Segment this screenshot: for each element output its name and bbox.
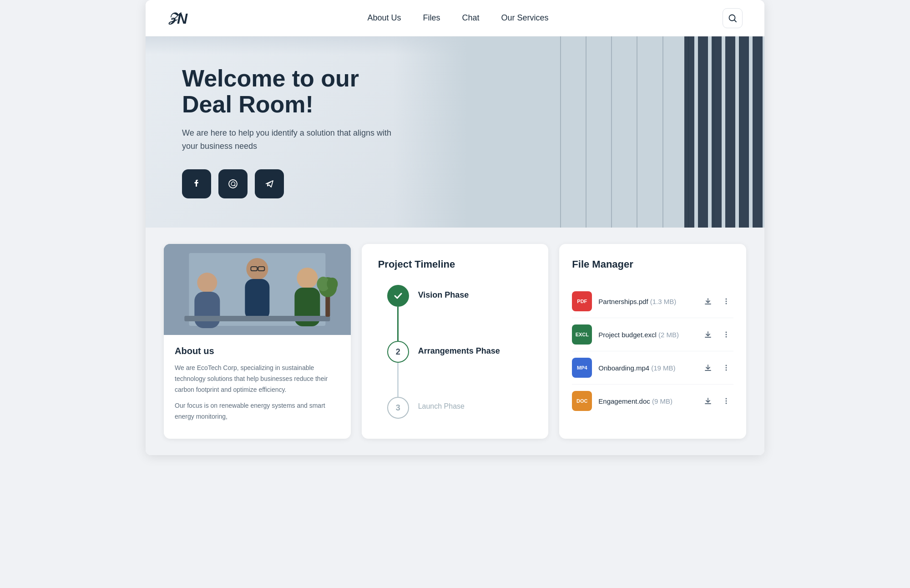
more-btn-mp4[interactable] (719, 360, 733, 375)
download-icon (704, 297, 712, 305)
svg-rect-10 (245, 279, 269, 320)
nav-item-about[interactable]: About Us (367, 13, 401, 23)
download-btn-doc[interactable] (701, 394, 715, 408)
facebook-button[interactable] (182, 169, 211, 198)
file-item-mp4: MP4 Onboarding.mp4 (19 MB) (572, 351, 733, 385)
whatsapp-button[interactable] (218, 169, 248, 198)
svg-rect-8 (194, 292, 220, 328)
file-item-doc: DOC Engagement.doc (9 MB) (572, 385, 733, 417)
svg-text:N: N (177, 10, 188, 27)
nav-item-files[interactable]: Files (423, 13, 440, 23)
svg-point-28 (725, 367, 727, 369)
svg-point-26 (725, 336, 727, 338)
timeline-connector-2: 2 (387, 341, 409, 397)
svg-point-22 (725, 301, 727, 302)
svg-point-30 (725, 398, 727, 400)
svg-point-24 (725, 332, 727, 333)
svg-point-7 (197, 273, 217, 293)
about-text-1: We are EcoTech Corp, specializing in sus… (175, 363, 340, 395)
nav-links: About Us Files Chat Our Services (367, 13, 548, 23)
hero-section: Welcome to our Deal Room! We are here to… (146, 36, 764, 228)
timeline-dot-number-2: 2 (396, 347, 400, 357)
logo-icon: N (175, 9, 193, 27)
timeline-item-2: 2 Arrangements Phase (387, 341, 532, 397)
file-item-pdf: PDF Partnerships.pdf (1.3 MB) (572, 285, 733, 318)
file-name-excl: Project budget.excl (2 MB) (598, 331, 694, 339)
hero-social-buttons (182, 169, 400, 198)
facebook-icon (191, 178, 202, 190)
timeline-label-vision: Vision Phase (418, 285, 469, 300)
timeline-connector-3: 3 (387, 397, 409, 419)
nav-link-about[interactable]: About Us (367, 13, 401, 22)
page-wrapper: 𝒵 N About Us Files Chat Our Services (146, 0, 764, 455)
svg-point-29 (725, 370, 727, 371)
more-btn-doc[interactable] (719, 394, 733, 408)
file-name-pdf: Partnerships.pdf (1.3 MB) (598, 298, 694, 305)
more-btn-pdf[interactable] (719, 294, 733, 309)
nav-item-services[interactable]: Our Services (501, 13, 549, 23)
telegram-button[interactable] (255, 169, 284, 198)
timeline-label-launch: Launch Phase (418, 397, 465, 411)
svg-point-32 (725, 403, 727, 404)
file-icon-pdf: PDF (572, 291, 592, 311)
more-icon (722, 364, 730, 372)
check-icon (393, 291, 403, 301)
svg-point-25 (725, 334, 727, 335)
navbar: 𝒵 N About Us Files Chat Our Services (146, 0, 764, 36)
download-icon (704, 364, 712, 372)
file-item-excl: EXCL Project budget.excl (2 MB) (572, 318, 733, 351)
more-icon (722, 330, 730, 339)
file-icon-label-mp4: MP4 (577, 365, 587, 370)
svg-point-14 (297, 268, 318, 289)
timeline-dot-number-3: 3 (396, 403, 400, 413)
file-icon-label-doc: DOC (576, 398, 587, 404)
nav-link-services[interactable]: Our Services (501, 13, 549, 22)
vision-phase-label: Vision Phase (418, 290, 469, 299)
svg-point-27 (725, 365, 727, 366)
hero-background (393, 36, 764, 228)
file-actions-pdf (701, 294, 733, 309)
file-actions-mp4 (701, 360, 733, 375)
timeline-item-3: 3 Launch Phase (387, 397, 532, 419)
svg-point-31 (725, 400, 727, 402)
search-icon (728, 14, 737, 23)
telegram-icon (263, 178, 275, 190)
search-button[interactable] (723, 8, 743, 28)
grid-col-4 (637, 36, 662, 228)
more-btn-excl[interactable] (719, 327, 733, 342)
logo-text: 𝒵 (167, 10, 175, 25)
download-icon (704, 397, 712, 405)
about-text-2: Our focus is on renewable energy systems… (175, 400, 340, 422)
file-actions-excl (701, 327, 733, 342)
about-card: About us We are EcoTech Corp, specializi… (164, 244, 351, 439)
file-name-mp4: Onboarding.mp4 (19 MB) (598, 364, 694, 372)
hero-title: Welcome to our Deal Room! (182, 66, 400, 117)
timeline-title: Project Timeline (378, 259, 532, 270)
nav-item-chat[interactable]: Chat (462, 13, 480, 23)
more-icon (722, 297, 730, 305)
timeline-dot-arrangements: 2 (387, 341, 409, 363)
files-card: File Manager PDF Partnerships.pdf (1.3 M… (559, 244, 746, 439)
people-illustration (164, 244, 351, 335)
logo[interactable]: 𝒵 N (167, 9, 193, 27)
download-btn-excl[interactable] (701, 327, 715, 342)
arrangements-phase-label: Arrangements Phase (418, 346, 500, 355)
svg-point-21 (725, 299, 727, 300)
download-icon (704, 330, 712, 339)
svg-point-23 (725, 303, 727, 304)
download-btn-pdf[interactable] (701, 294, 715, 309)
grid-col-2 (586, 36, 611, 228)
timeline-dot-launch: 3 (387, 397, 409, 419)
timeline-dot-vision (387, 285, 409, 307)
download-btn-mp4[interactable] (701, 360, 715, 375)
file-actions-doc (701, 394, 733, 408)
timeline-line-2 (397, 363, 399, 397)
nav-link-chat[interactable]: Chat (462, 13, 480, 22)
nav-link-files[interactable]: Files (423, 13, 440, 22)
svg-point-4 (229, 180, 237, 188)
file-icon-doc: DOC (572, 391, 592, 411)
timeline-card: Project Timeline Vision Phase (362, 244, 549, 439)
timeline: Vision Phase 2 Arrangements Phase (378, 285, 532, 419)
timeline-connector-1 (387, 285, 409, 341)
launch-phase-label: Launch Phase (418, 402, 465, 410)
